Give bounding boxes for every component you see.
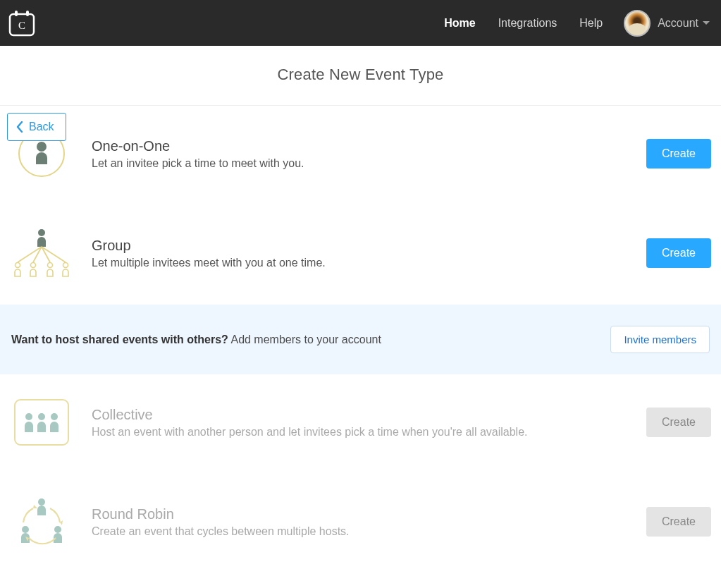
shared-banner-rest: Add members to your account xyxy=(228,333,381,345)
svg-point-16 xyxy=(22,526,29,533)
chevron-left-icon xyxy=(16,121,23,133)
shared-banner-bold: Want to host shared events with others? xyxy=(11,333,228,345)
nav-integrations[interactable]: Integrations xyxy=(487,17,569,30)
account-menu[interactable]: Account xyxy=(624,10,710,37)
title-section: Back Create New Event Type xyxy=(0,46,721,106)
top-nav-bar: C Home Integrations Help Account xyxy=(0,0,721,46)
svg-point-10 xyxy=(63,263,68,268)
account-text: Account xyxy=(658,17,698,30)
create-collective-button[interactable]: Create xyxy=(646,408,711,437)
svg-point-12 xyxy=(25,413,32,420)
round-robin-icon xyxy=(13,494,70,549)
svg-point-13 xyxy=(38,413,45,420)
collective-icon xyxy=(13,398,70,446)
account-label: Account xyxy=(658,17,710,30)
svg-rect-2 xyxy=(26,11,29,16)
event-desc: Create an event that cycles between mult… xyxy=(92,525,628,538)
group-icon xyxy=(10,226,73,281)
event-name: One-on-One xyxy=(92,138,628,154)
shared-events-banner: Want to host shared events with others? … xyxy=(0,305,721,374)
event-type-group: Group Let multiple invitees meet with yo… xyxy=(0,202,721,305)
create-round-robin-button[interactable]: Create xyxy=(646,507,711,537)
create-one-on-one-button[interactable]: Create xyxy=(646,139,711,169)
svg-point-17 xyxy=(54,526,61,533)
svg-point-15 xyxy=(38,498,45,506)
nav-help[interactable]: Help xyxy=(568,17,614,30)
event-name: Group xyxy=(92,238,628,254)
event-type-one-on-one: One-on-One Let an invitee pick a time to… xyxy=(0,106,721,202)
shared-banner-text: Want to host shared events with others? … xyxy=(11,333,610,346)
create-group-button[interactable]: Create xyxy=(646,238,711,268)
event-desc: Let an invitee pick a time to meet with … xyxy=(92,157,628,170)
chevron-down-icon xyxy=(703,21,710,25)
page-title: Create New Event Type xyxy=(7,66,714,84)
svg-point-7 xyxy=(16,263,20,268)
svg-rect-1 xyxy=(15,11,18,16)
svg-point-6 xyxy=(38,229,45,236)
back-button[interactable]: Back xyxy=(7,113,66,141)
svg-point-9 xyxy=(48,263,53,268)
nav-home[interactable]: Home xyxy=(433,17,486,30)
event-desc: Host an event with another person and le… xyxy=(92,426,628,439)
back-label: Back xyxy=(29,121,54,133)
invite-members-button[interactable]: Invite members xyxy=(610,326,710,353)
svg-point-8 xyxy=(31,263,36,268)
event-desc: Let multiple invitees meet with you at o… xyxy=(92,257,628,269)
svg-point-5 xyxy=(37,142,47,152)
event-name: Round Robin xyxy=(92,506,628,522)
svg-text:C: C xyxy=(18,20,25,31)
event-type-round-robin: Round Robin Create an event that cycles … xyxy=(0,470,721,573)
logo-icon[interactable]: C xyxy=(7,8,37,38)
svg-point-14 xyxy=(51,413,58,420)
event-type-collective: Collective Host an event with another pe… xyxy=(0,374,721,470)
event-name: Collective xyxy=(92,407,628,423)
avatar xyxy=(624,10,651,37)
